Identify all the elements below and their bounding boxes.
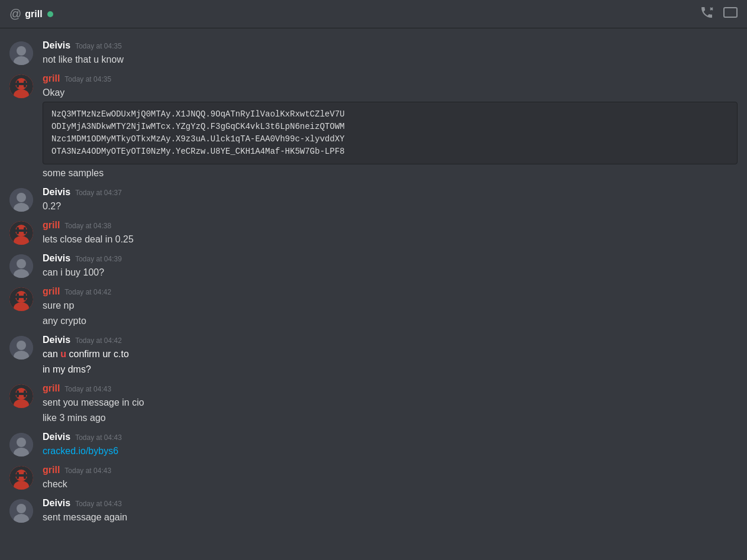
avatar [9,287,33,311]
message-text: sent you message in cio [43,396,738,409]
channel-name: grill [25,9,42,20]
message-group: DeivisToday at 04:42can u confirm ur c.t… [0,332,747,378]
message-header: grillToday at 04:35 [43,73,738,84]
svg-rect-9 [17,80,19,88]
phone-icon[interactable] [700,5,714,22]
username[interactable]: Deivis [43,253,70,264]
message-group: DeivisToday at 04:370.2? [0,184,747,215]
message-content: grillToday at 04:38lets close deal in 0.… [43,220,738,246]
timestamp: Today at 04:43 [64,385,111,393]
timestamp: Today at 04:42 [64,288,111,296]
message-content: DeivisToday at 04:35not like that u know [43,40,738,66]
svg-rect-26 [14,296,28,298]
timestamp: Today at 04:35 [64,75,111,83]
username[interactable]: Deivis [43,498,70,509]
username[interactable]: Deivis [43,335,70,345]
message-content: DeivisToday at 04:42can u confirm ur c.t… [43,335,738,376]
svg-rect-45 [17,472,19,479]
avatar [9,221,33,245]
inline-highlight: u [60,349,66,359]
username[interactable]: Deivis [43,432,70,442]
username[interactable]: grill [43,383,60,394]
message-header: grillToday at 04:42 [43,286,738,297]
message-content: grillToday at 04:35OkayNzQ3MTMzNzEwODUxM… [43,73,738,180]
svg-rect-10 [24,80,26,88]
avatar [9,336,33,360]
message-header: DeivisToday at 04:42 [43,335,738,345]
message-content: DeivisToday at 04:39can i buy 100? [43,253,738,279]
timestamp: Today at 04:35 [75,42,122,50]
message-text: can i buy 100? [43,266,738,279]
message-text: any crypto [43,315,738,328]
message-content: grillToday at 04:43check [43,465,738,491]
message-text: can u confirm ur c.to [43,348,738,361]
svg-rect-17 [14,229,28,232]
avatar [9,499,33,523]
chat-area: DeivisToday at 04:35not like that u know… [0,28,747,560]
message-text: lets close deal in 0.25 [43,233,738,246]
username[interactable]: grill [43,465,60,475]
message-content: grillToday at 04:42sure npany crypto [43,286,738,328]
avatar [9,254,33,278]
avatar [9,433,33,457]
window-icon[interactable] [723,7,738,21]
message-content: DeivisToday at 04:43sent message again [43,498,738,524]
svg-rect-44 [14,474,28,477]
svg-point-22 [17,259,26,268]
channel-header: @ grill [0,0,747,28]
message-header: DeivisToday at 04:43 [43,498,738,509]
svg-rect-36 [17,390,19,397]
at-icon: @ [9,7,21,21]
avatar [9,384,33,408]
svg-point-31 [17,341,26,350]
avatar [9,188,33,212]
message-text: like 3 mins ago [43,412,738,425]
message-header: grillToday at 04:43 [43,465,738,475]
username[interactable]: Deivis [43,40,70,51]
svg-rect-18 [17,227,19,234]
message-text: in my dms? [43,363,738,376]
username[interactable]: Deivis [43,187,70,198]
timestamp: Today at 04:42 [75,336,122,345]
message-content: DeivisToday at 04:370.2? [43,187,738,213]
svg-rect-46 [24,472,26,479]
timestamp: Today at 04:39 [75,255,122,263]
message-text: check [43,478,738,491]
svg-rect-8 [14,83,28,85]
message-group: DeivisToday at 04:43cracked.io/bybys6 [0,429,747,460]
username[interactable]: grill [43,220,60,231]
message-text: 0.2? [43,200,738,213]
message-group: DeivisToday at 04:35not like that u know [0,38,747,69]
message-text: cracked.io/bybys6 [43,445,738,458]
message-content: DeivisToday at 04:43cracked.io/bybys6 [43,432,738,458]
svg-rect-35 [14,393,28,395]
message-link[interactable]: cracked.io/bybys6 [43,446,118,456]
header-icons [700,5,738,22]
svg-point-40 [17,438,26,447]
message-text: some samples [43,167,738,180]
message-group: grillToday at 04:43check [0,462,747,493]
message-group: DeivisToday at 04:39can i buy 100? [0,251,747,281]
svg-rect-37 [24,390,26,397]
message-group: grillToday at 04:42sure npany crypto [0,284,747,330]
message-header: DeivisToday at 04:37 [43,187,738,198]
svg-rect-19 [24,227,26,234]
username[interactable]: grill [43,73,60,84]
message-text: sent message again [43,511,738,524]
message-header: DeivisToday at 04:35 [43,40,738,51]
svg-point-49 [17,504,26,513]
message-header: DeivisToday at 04:39 [43,253,738,264]
svg-point-13 [17,193,26,202]
message-text: sure np [43,299,738,312]
svg-rect-28 [24,293,26,300]
avatar [9,41,33,65]
message-header: grillToday at 04:38 [43,220,738,231]
message-text: not like that u know [43,53,738,66]
code-block: NzQ3MTMzNzEwODUxMjQ0MTAy.X1JNQQ.9OqATnRy… [43,102,738,164]
message-group: grillToday at 04:35OkayNzQ3MTMzNzEwODUxM… [0,71,747,182]
message-text: Okay [43,86,738,99]
username[interactable]: grill [43,286,60,297]
timestamp: Today at 04:43 [75,433,122,442]
message-header: DeivisToday at 04:43 [43,432,738,442]
avatar [9,466,33,490]
